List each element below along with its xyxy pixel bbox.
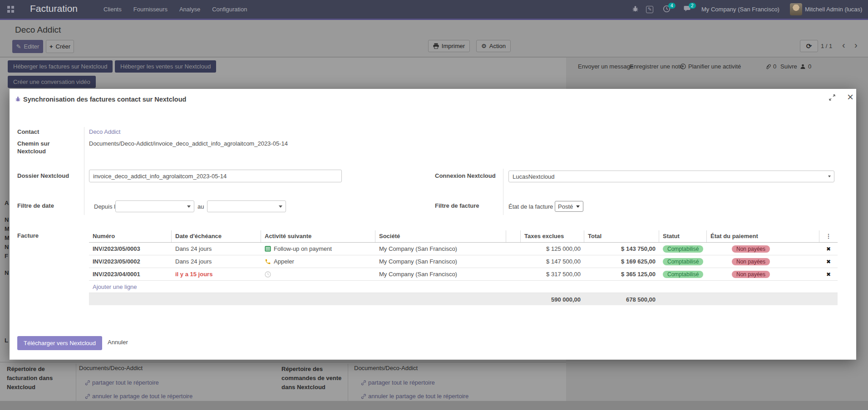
status-badge: Comptabilisé xyxy=(663,271,703,278)
nextcloud-sync-dialog: Synchronisation des factures contact sur… xyxy=(10,89,856,360)
field-separator xyxy=(84,127,84,215)
total-amount: $ 143 750,00 xyxy=(584,243,659,255)
total-amount: $ 169 625,00 xyxy=(584,255,659,268)
due-date: Dans 24 jours xyxy=(172,255,261,268)
invoice-table-body: INV/2023/05/0003Dans 24 joursFollow-up o… xyxy=(89,243,838,281)
untaxed-amount: $ 317 500,00 xyxy=(521,268,584,281)
menu-analyse[interactable]: Analyse xyxy=(179,6,200,13)
grand-total: 678 500,00 xyxy=(584,293,659,306)
debug-bug-icon[interactable] xyxy=(631,5,640,13)
contact-value-link[interactable]: Deco Addict xyxy=(89,128,120,135)
next-activity[interactable]: Appeler xyxy=(261,255,375,268)
delete-row-icon[interactable]: ✖ xyxy=(819,243,838,255)
chevron-down-icon xyxy=(279,205,282,208)
main-menu: Clients Fournisseurs Analyse Configurati… xyxy=(104,6,247,13)
dialog-title: Synchronisation des factures contact sur… xyxy=(23,96,186,103)
status-cell: Comptabilisé xyxy=(659,268,707,281)
bug-icon xyxy=(15,96,21,102)
app-name[interactable]: Facturation xyxy=(30,3,78,14)
delete-row-icon[interactable]: ✖ xyxy=(819,268,838,281)
invoice-table-header: Numéro Date d'échéance Activité suivante… xyxy=(89,230,838,243)
company: My Company (San Francisco) xyxy=(375,255,506,268)
add-line-link[interactable]: Ajouter une ligne xyxy=(89,281,838,293)
untaxed-total: 590 000,00 xyxy=(521,293,584,306)
contact-label: Contact xyxy=(17,128,39,135)
menu-fournisseurs[interactable]: Fournisseurs xyxy=(133,6,168,13)
messages-count-badge[interactable]: 2 xyxy=(689,3,696,9)
total-amount: $ 365 125,00 xyxy=(584,268,659,281)
invoice-table-footer: 590 000,00 678 500,00 xyxy=(89,293,838,305)
nextcloud-path-label: Chemin sur Nextcloud xyxy=(17,140,74,155)
followup-activity-icon xyxy=(265,246,271,252)
col-header-due-date[interactable]: Date d'échéance xyxy=(172,230,261,242)
nextcloud-connection-label: Connexion Nextcloud xyxy=(435,172,496,179)
invoice-table-row[interactable]: INV/2023/05/0003Dans 24 joursFollow-up o… xyxy=(89,243,838,255)
clock-activity-icon xyxy=(265,271,271,278)
nextcloud-connection-select[interactable]: LucasNextcloud xyxy=(508,171,834,182)
col-header-status[interactable]: Statut xyxy=(659,230,707,242)
navbar-accent-border xyxy=(0,19,868,20)
next-activity[interactable] xyxy=(261,268,375,281)
field-separator xyxy=(503,169,503,215)
due-date: Dans 24 jours xyxy=(172,243,261,255)
status-cell: Comptabilisé xyxy=(659,243,707,255)
expand-dialog-icon[interactable] xyxy=(829,94,836,102)
menu-configuration[interactable]: Configuration xyxy=(212,6,247,13)
payment-status-badge: Non payées xyxy=(732,258,770,265)
col-header-activity[interactable]: Activité suivante xyxy=(261,230,375,242)
date-to-label: au xyxy=(197,203,204,210)
activities-count-badge[interactable]: 4 xyxy=(668,3,676,9)
payment-status-cell: Non payées xyxy=(707,268,819,281)
company-switcher[interactable]: My Company (San Francisco) xyxy=(701,6,779,13)
chevron-down-icon xyxy=(187,205,191,208)
col-header-total[interactable]: Total xyxy=(584,230,659,242)
chevron-down-icon xyxy=(828,176,831,177)
due-date: il y a 15 jours xyxy=(172,268,261,281)
invoice-state-select[interactable]: Posté xyxy=(555,201,583,212)
untaxed-amount: $ 125 000,00 xyxy=(521,243,584,255)
invoice-table-row[interactable]: INV/2023/04/0001il y a 15 joursMy Compan… xyxy=(89,268,838,281)
col-header-numero[interactable]: Numéro xyxy=(89,230,172,242)
delete-row-icon[interactable]: ✖ xyxy=(819,255,838,268)
invoice-number: INV/2023/04/0001 xyxy=(89,268,172,281)
col-header-payment-status[interactable]: État du paiement xyxy=(707,230,819,242)
invoice-table-label: Facture xyxy=(17,232,39,239)
nextcloud-path-value: Documents/Deco-Addict/invoice_deco_addic… xyxy=(89,140,288,147)
payment-status-cell: Non payées xyxy=(707,255,819,268)
col-header-untaxed[interactable]: Taxes exclues xyxy=(521,230,584,242)
invoice-number: INV/2023/05/0002 xyxy=(89,255,172,268)
top-navbar: Facturation Clients Fournisseurs Analyse… xyxy=(0,0,868,19)
col-header-empty xyxy=(506,230,521,242)
payment-status-badge: Non payées xyxy=(732,271,770,278)
nextcloud-folder-input[interactable]: invoice_deco_addict_info_agrolaitcom_202… xyxy=(89,170,342,182)
date-from-select[interactable] xyxy=(115,200,194,212)
company: My Company (San Francisco) xyxy=(375,243,506,255)
cancel-button[interactable]: Annuler xyxy=(108,339,128,346)
invoice-filter-label: Filtre de facture xyxy=(435,202,479,209)
user-avatar[interactable] xyxy=(790,3,802,15)
status-badge: Comptabilisé xyxy=(663,258,703,265)
optional-columns-icon[interactable]: ⋮ xyxy=(819,230,838,242)
chevron-down-icon xyxy=(576,205,580,208)
upload-to-nextcloud-button[interactable]: Télécharger vers Nextcloud xyxy=(17,336,102,350)
screen: Facturation Clients Fournisseurs Analyse… xyxy=(0,0,868,410)
invoice-number: INV/2023/05/0003 xyxy=(89,243,172,255)
invoice-state-label: État de la facture xyxy=(508,203,553,210)
payment-status-badge: Non payées xyxy=(732,245,770,253)
menu-clients[interactable]: Clients xyxy=(104,6,122,13)
next-activity[interactable]: Follow-up on payment xyxy=(261,243,375,255)
edit-note-icon[interactable]: ✎ xyxy=(646,6,653,13)
date-filter-label: Filtre de date xyxy=(17,202,54,209)
user-menu[interactable]: Mitchell Admin (lucas) xyxy=(805,6,862,13)
close-dialog-icon[interactable]: × xyxy=(847,91,853,103)
payment-status-cell: Non payées xyxy=(707,243,819,255)
invoice-table-row[interactable]: INV/2023/05/0002Dans 24 joursAppelerMy C… xyxy=(89,255,838,268)
date-to-select[interactable] xyxy=(207,200,286,212)
col-header-company[interactable]: Société xyxy=(375,230,506,242)
call-activity-icon xyxy=(265,259,271,265)
status-cell: Comptabilisé xyxy=(659,255,707,268)
untaxed-amount: $ 147 500,00 xyxy=(521,255,584,268)
nextcloud-folder-label: Dossier Nextcloud xyxy=(17,172,69,179)
status-badge: Comptabilisé xyxy=(663,245,703,253)
apps-menu-icon[interactable] xyxy=(7,6,14,13)
